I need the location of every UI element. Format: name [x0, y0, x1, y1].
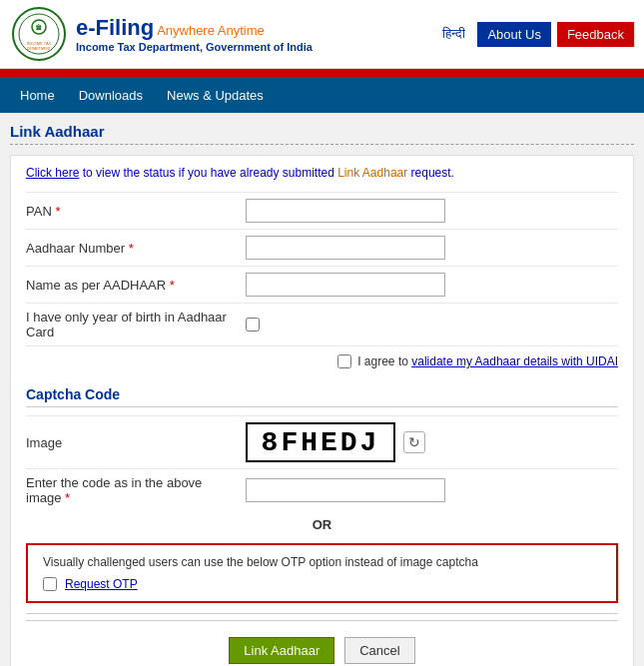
- brand-sub: Income Tax Department, Government of Ind…: [76, 41, 313, 53]
- refresh-icon[interactable]: ↻: [403, 431, 425, 453]
- aadhaar-number-label: Aadhaar Number *: [26, 241, 246, 256]
- red-banner: [0, 69, 644, 77]
- nav-home[interactable]: Home: [8, 80, 67, 111]
- link-aadhaar-button[interactable]: Link Aadhaar: [229, 637, 334, 664]
- main: Link Aadhaar Click here to view the stat…: [0, 113, 644, 666]
- brand-title: e-Filing Anywhere Anytime: [76, 15, 313, 41]
- captcha-display: 8FHEDJ: [246, 422, 395, 462]
- separator-2: [26, 620, 618, 621]
- name-row: Name as per AADHAAR *: [26, 266, 618, 303]
- name-label: Name as per AADHAAR *: [26, 278, 246, 293]
- cancel-button[interactable]: Cancel: [344, 637, 414, 664]
- click-here-link[interactable]: Click here: [26, 166, 79, 180]
- captcha-image-label: Image: [26, 435, 246, 450]
- pan-label: PAN *: [26, 204, 246, 219]
- enter-code-label: Enter the code as in the above image *: [26, 475, 246, 505]
- captcha-title: Captcha Code: [26, 386, 618, 407]
- nav-downloads[interactable]: Downloads: [67, 80, 155, 111]
- about-button[interactable]: About Us: [477, 22, 550, 47]
- header: 🏛 INCOME TAX DEPARTMENT e-Filing Anywher…: [0, 0, 644, 69]
- emblem-icon: 🏛 INCOME TAX DEPARTMENT: [12, 7, 66, 61]
- form-container: Click here to view the status if you hav…: [10, 155, 634, 666]
- section-title: Link Aadhaar: [10, 123, 634, 145]
- enter-code-row: Enter the code as in the above image *: [26, 468, 618, 511]
- otp-box: Visually challenged users can use the be…: [26, 543, 618, 603]
- hindi-link[interactable]: हिन्दी: [442, 26, 465, 42]
- agree-checkbox[interactable]: [337, 354, 351, 368]
- brand-text: e-Filing Anywhere Anytime Income Tax Dep…: [76, 15, 313, 53]
- otp-row: Request OTP: [43, 577, 601, 591]
- captcha-input[interactable]: [246, 478, 445, 502]
- separator-1: [26, 613, 618, 614]
- otp-checkbox[interactable]: [43, 577, 57, 591]
- navbar: Home Downloads News & Updates: [0, 77, 644, 113]
- otp-info-text: Visually challenged users can use the be…: [43, 555, 601, 569]
- agree-row: I agree to validate my Aadhaar details w…: [26, 345, 618, 376]
- aadhaar-input[interactable]: [246, 236, 445, 260]
- or-divider: OR: [26, 511, 618, 538]
- feedback-button[interactable]: Feedback: [557, 22, 634, 47]
- button-row: Link Aadhaar Cancel: [26, 627, 618, 666]
- captcha-image-row: Image 8FHEDJ ↻: [26, 415, 618, 468]
- pan-input[interactable]: [246, 199, 445, 223]
- info-text: Click here to view the status if you hav…: [26, 166, 618, 180]
- header-right: हिन्दी About Us Feedback: [442, 22, 634, 47]
- svg-text:DEPARTMENT: DEPARTMENT: [27, 47, 52, 51]
- yob-label: I have only year of birth in Aadhaar Car…: [26, 310, 246, 339]
- validate-link[interactable]: validate my Aadhaar details with UIDAI: [411, 354, 618, 368]
- svg-text:🏛: 🏛: [36, 24, 42, 31]
- nav-news-updates[interactable]: News & Updates: [155, 80, 276, 111]
- captcha-image-box: 8FHEDJ ↻: [246, 422, 425, 462]
- svg-text:INCOME TAX: INCOME TAX: [27, 41, 52, 46]
- agree-label: I agree to validate my Aadhaar details w…: [357, 354, 618, 368]
- name-input[interactable]: [246, 273, 445, 297]
- aadhaar-number-row: Aadhaar Number *: [26, 229, 618, 266]
- yob-row: I have only year of birth in Aadhaar Car…: [26, 303, 618, 345]
- yob-checkbox[interactable]: [246, 318, 260, 332]
- header-left: 🏛 INCOME TAX DEPARTMENT e-Filing Anywher…: [10, 5, 313, 63]
- request-otp-link[interactable]: Request OTP: [65, 577, 138, 591]
- link-aadhaar-ref: Link Aadhaar: [337, 166, 407, 180]
- logo: 🏛 INCOME TAX DEPARTMENT: [10, 5, 68, 63]
- pan-row: PAN *: [26, 192, 618, 229]
